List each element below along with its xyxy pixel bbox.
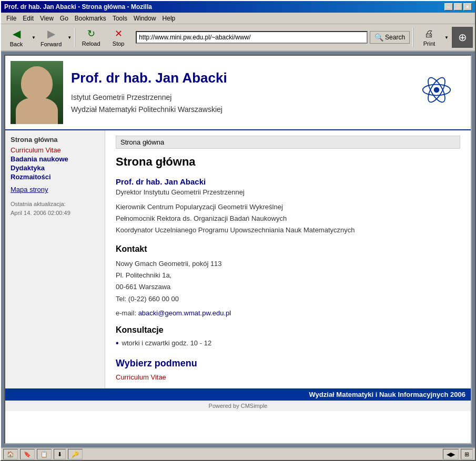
status-right-2: ⊞ xyxy=(461,449,473,459)
address-input[interactable] xyxy=(136,31,368,44)
reload-button[interactable]: ↻ Reload xyxy=(78,26,104,49)
title-bar: Prof. dr hab. Jan Abacki - Strona główna… xyxy=(1,1,475,13)
stop-icon: ✕ xyxy=(112,28,125,39)
status-bar: 🏠 🔖 📋 ⬇ 🔑 ◀▶ ⊞ xyxy=(1,447,475,460)
status-download[interactable]: ⬇ xyxy=(54,449,66,459)
email-link[interactable]: abacki@geom.wmat.pw.edu.pl xyxy=(138,309,231,317)
sidebar-update: Ostatnia aktualizacja: April 14. 2006 02… xyxy=(11,200,99,217)
person-role: Dyrektor Instytutu Geometrii Przestrzenn… xyxy=(116,188,460,196)
back-icon: ◀ xyxy=(10,27,23,40)
submenu-link-cv[interactable]: Curriculum Vitae xyxy=(116,373,460,381)
address-line-4: Tel: (0-22) 660 00 00 xyxy=(116,293,460,305)
breadcrumb: Strona główna xyxy=(116,136,460,149)
sidebar-map-link[interactable]: Mapa strony xyxy=(11,181,99,196)
header-name: Prof. dr hab. Jan Abacki xyxy=(71,70,410,86)
forward-button[interactable]: ▶ Forward xyxy=(37,26,65,49)
roles-list: Kierownik Centrum Popularyzacji Geometri… xyxy=(116,201,460,236)
sidebar-nav-title: Strona główna xyxy=(11,136,99,144)
menu-edit[interactable]: Edit xyxy=(19,14,37,23)
email-line: e-mail: abacki@geom.wmat.pw.edu.pl xyxy=(116,309,460,317)
window-controls: – □ ✕ xyxy=(444,3,472,11)
address-line-3: 00-661 Warszawa xyxy=(116,281,460,293)
toolbar: ◀ Back ▼ ▶ Forward ▼ ↻ Reload ✕ Stop 🔍 S… xyxy=(1,24,475,52)
update-label: Ostatnia aktualizacja: xyxy=(11,201,66,207)
role-1: Kierownik Centrum Popularyzacji Geometri… xyxy=(116,201,460,213)
print-dropdown-arrow[interactable]: ▼ xyxy=(444,35,449,40)
back-button[interactable]: ◀ Back xyxy=(3,26,29,49)
page-header: Prof. dr hab. Jan Abacki Istytut Geometr… xyxy=(5,56,471,130)
profile-photo xyxy=(11,61,63,124)
toolbar-separator-2 xyxy=(412,28,413,47)
minimize-button[interactable]: – xyxy=(444,3,453,11)
status-home[interactable]: 🏠 xyxy=(3,449,18,459)
browser-viewport: Prof. dr hab. Jan Abacki Istytut Geometr… xyxy=(4,55,472,444)
header-institute-2: Wydział Matematyki Politechniki Warszaws… xyxy=(71,104,410,115)
print-icon: 🖨 xyxy=(423,28,436,39)
menu-bar: File Edit View Go Bookmarks Tools Window… xyxy=(1,13,475,24)
address-line-2: Pl. Politechniki 1a, xyxy=(116,270,460,281)
konsultacje-section-title: Konsultacje xyxy=(116,325,460,335)
print-label: Print xyxy=(423,40,436,47)
menu-go[interactable]: Go xyxy=(57,14,72,23)
status-history[interactable]: 📋 xyxy=(37,449,52,459)
sidebar-item-rozmaitosci[interactable]: Rozmaitości xyxy=(11,172,99,181)
submenu-title: Wybierz podmenu xyxy=(116,358,460,369)
cms-footer: Powered by CMSimple xyxy=(5,401,471,411)
status-bookmark[interactable]: 🔖 xyxy=(20,449,35,459)
person-name: Prof. dr hab. Jan Abacki xyxy=(116,177,460,186)
content-area: Prof. dr hab. Jan Abacki Istytut Geometr… xyxy=(1,52,475,447)
contact-section-title: Kontakt xyxy=(116,244,460,254)
svg-point-3 xyxy=(434,87,440,93)
forward-icon: ▶ xyxy=(45,27,57,40)
maximize-button[interactable]: □ xyxy=(454,3,462,11)
search-button[interactable]: 🔍 Search xyxy=(370,31,410,44)
toolbar-separator-1 xyxy=(74,28,75,47)
menu-window[interactable]: Window xyxy=(130,14,159,23)
cms-text: Powered by CMSimple xyxy=(209,403,268,409)
status-security[interactable]: 🔑 xyxy=(68,449,83,459)
menu-bookmarks[interactable]: Bookmarks xyxy=(72,14,109,23)
main-layout: Strona główna Curriculum Vitae Badania n… xyxy=(5,130,471,388)
forward-dropdown-arrow[interactable]: ▼ xyxy=(67,35,72,40)
menu-tools[interactable]: Tools xyxy=(109,14,130,23)
back-label: Back xyxy=(10,41,23,47)
close-button[interactable]: ✕ xyxy=(463,3,472,11)
reload-icon: ↻ xyxy=(85,28,97,39)
bullet-dot: • xyxy=(116,339,119,347)
sidebar-item-dydaktyka[interactable]: Dydaktyka xyxy=(11,163,99,172)
contact-address: Nowy Gmach Geometrii, pokój 113 Pl. Poli… xyxy=(116,258,460,304)
reload-label: Reload xyxy=(82,40,100,47)
update-date: April 14. 2006 02:00:49 xyxy=(11,210,70,216)
search-label: Search xyxy=(385,34,405,41)
konsultacje-text: wtorki i czwartki godz. 10 - 12 xyxy=(122,339,212,347)
print-button[interactable]: 🖨 Print xyxy=(416,26,442,49)
menu-help[interactable]: Help xyxy=(159,14,179,23)
window-title: Prof. dr hab. Jan Abacki - Strona główna… xyxy=(4,3,152,11)
content-title: Strona główna xyxy=(116,155,460,169)
sidebar-link-curriculum[interactable]: Curriculum Vitae xyxy=(11,146,99,155)
throbber: ⊕ xyxy=(452,27,473,48)
forward-label: Forward xyxy=(40,41,62,47)
throbber-icon: ⊕ xyxy=(458,31,467,44)
sidebar: Strona główna Curriculum Vitae Badania n… xyxy=(5,130,105,388)
sidebar-item-badania[interactable]: Badania naukowe xyxy=(11,155,99,163)
menu-file[interactable]: File xyxy=(3,14,19,23)
stop-label: Stop xyxy=(113,40,125,47)
page-footer: Wydział Matematyki i Nauk Informacyjnych… xyxy=(5,388,471,401)
browser-window: Prof. dr hab. Jan Abacki - Strona główna… xyxy=(0,0,476,461)
menu-view[interactable]: View xyxy=(37,14,57,23)
role-3: Koordynator Uczelnianego Programu Upowsz… xyxy=(116,224,460,236)
address-line-1: Nowy Gmach Geometrii, pokój 113 xyxy=(116,258,460,270)
institution-logo xyxy=(418,71,460,114)
back-dropdown-arrow[interactable]: ▼ xyxy=(32,35,36,40)
search-icon: 🔍 xyxy=(374,33,383,42)
footer-text: Wydział Matematyki i Nauk Informacyjnych… xyxy=(309,391,465,398)
email-label: e-mail: xyxy=(116,309,136,317)
konsultacje-item: • wtorki i czwartki godz. 10 - 12 xyxy=(116,339,460,347)
status-right-1: ◀▶ xyxy=(443,449,459,459)
page-content: Strona główna Strona główna Prof. dr hab… xyxy=(105,130,471,388)
header-text: Prof. dr hab. Jan Abacki Istytut Geometr… xyxy=(71,70,410,115)
header-institute-1: Istytut Geometrii Przestrzennej xyxy=(71,91,410,103)
stop-button[interactable]: ✕ Stop xyxy=(105,26,131,49)
role-2: Pełnomocnik Rektora ds. Organizacji Bada… xyxy=(116,213,460,224)
